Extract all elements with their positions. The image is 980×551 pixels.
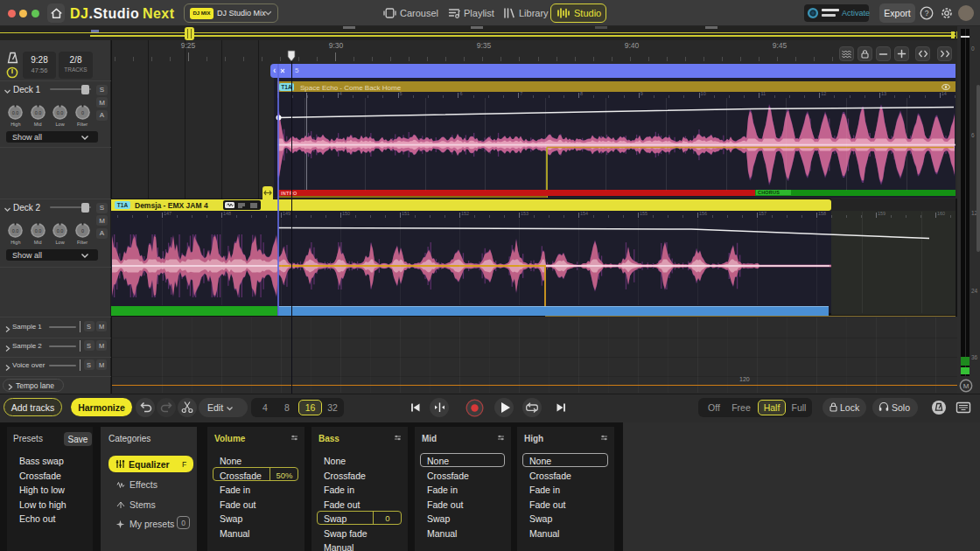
svg-text:M: M	[963, 382, 970, 390]
